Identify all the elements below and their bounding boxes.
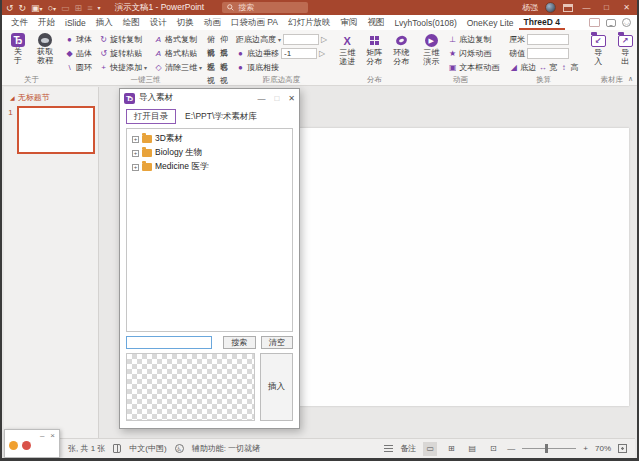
dialog-title-bar[interactable]: Ђ 导入素材 — □ ✕ — [120, 89, 299, 107]
bottom-offset-row[interactable]: ● 底边垂移 ▷ — [234, 47, 329, 60]
tree-item-biology[interactable]: + Biology 生物 — [127, 146, 292, 160]
fit-to-window-icon[interactable] — [618, 444, 627, 453]
undo-icon[interactable]: ↺ — [6, 3, 14, 13]
bottom-edge-button[interactable]: 底边 — [520, 62, 536, 73]
open-directory-button[interactable]: 打开目录 — [126, 109, 176, 124]
tab-threed4[interactable]: ThreeD 4 — [519, 15, 565, 30]
dialog-close-button[interactable]: ✕ — [288, 94, 295, 103]
bottom-copy-button[interactable]: ⊥底边复制 — [446, 33, 501, 46]
tab-review[interactable]: 审阅 — [335, 15, 362, 30]
export-button[interactable]: ↗ 导 出 — [613, 32, 637, 66]
language[interactable]: 中文(中国) — [129, 443, 166, 454]
maximize-button[interactable]: □ — [600, 3, 613, 12]
normal-view-button[interactable]: ▭ — [423, 442, 437, 456]
expand-icon[interactable]: + — [132, 136, 139, 143]
view-bottom-button[interactable]: 仰视 — [220, 33, 228, 46]
search-button[interactable]: 搜索 — [223, 336, 256, 349]
mini-close-button[interactable]: × — [50, 431, 55, 440]
feedback-icon[interactable]: ◡ — [622, 18, 631, 27]
zoom-in-button[interactable]: + — [583, 444, 588, 453]
share-icon[interactable] — [589, 18, 600, 27]
tab-insert[interactable]: 插入 — [91, 15, 118, 30]
view-front-button[interactable]: 前视 — [207, 47, 215, 60]
accessibility-status[interactable]: 辅助功能: 一切就绪 — [192, 443, 260, 454]
redo-icon[interactable]: ↻ — [19, 3, 27, 13]
mini-tool-icon-red[interactable] — [22, 441, 31, 450]
view-left-button[interactable]: 左视 — [207, 61, 215, 74]
tree-item-medicine[interactable]: + Medicine 医学 — [127, 160, 292, 174]
mini-minimize-button[interactable]: – — [40, 431, 44, 440]
tab-view[interactable]: 视图 — [362, 15, 389, 30]
rotate-copy-button[interactable]: ↻旋转复制 — [97, 33, 149, 46]
3d-show-button[interactable]: ▶ 三维 演示 — [419, 32, 443, 66]
view-top-button[interactable]: 俯视 — [207, 33, 215, 46]
proofing-icon[interactable] — [113, 444, 121, 453]
ring-button[interactable]: \圆环 — [63, 61, 94, 74]
zoom-slider[interactable] — [522, 448, 576, 449]
zoom-level[interactable]: 70% — [595, 444, 611, 453]
bottom-height-row[interactable]: 距底边高度▾ ▷ — [234, 33, 329, 46]
format-copy-button[interactable]: A格式复制 — [152, 33, 204, 46]
tab-draw[interactable]: 绘图 — [118, 15, 145, 30]
reading-view-button[interactable]: ▤ — [465, 442, 479, 456]
clear-3d-button[interactable]: ◇清除三维▾ — [152, 61, 204, 74]
matrix-distribute-button[interactable]: 矩阵 分布 — [362, 32, 386, 66]
zoom-out-button[interactable]: — — [507, 444, 515, 453]
ring-distribute-button[interactable]: 环绕 分布 — [389, 32, 413, 66]
tab-design[interactable]: 设计 — [145, 15, 172, 30]
zoom-slider-thumb[interactable] — [545, 444, 548, 453]
sphere-button[interactable]: ●球体 — [63, 33, 94, 46]
minimize-button[interactable]: — — [580, 3, 593, 12]
comment-icon[interactable] — [606, 19, 616, 27]
height-button[interactable]: 高 — [570, 62, 578, 73]
slideshow-view-button[interactable]: ⊡ — [486, 442, 500, 456]
search-box[interactable]: 搜索 — [222, 2, 308, 13]
textbox-animation-button[interactable]: ▣文本框动画 — [446, 61, 501, 74]
material-search-input[interactable] — [126, 336, 212, 349]
expand-icon[interactable]: + — [132, 164, 139, 171]
tree-item-3d[interactable]: + 3D素材 — [127, 132, 292, 146]
tab-transitions[interactable]: 切换 — [172, 15, 199, 30]
tab-home[interactable]: 开始 — [33, 15, 60, 30]
format-paste-button[interactable]: A格式粘贴 — [152, 47, 204, 60]
close-button[interactable]: ✕ — [620, 3, 633, 12]
rotate-paste-button[interactable]: ↺旋转粘贴 — [97, 47, 149, 60]
bottom-offset-input[interactable] — [281, 48, 317, 59]
get-tutorial-button[interactable]: 获取 教程 — [33, 32, 57, 65]
tab-lvyhtools[interactable]: LvyhTools(0108) — [389, 15, 461, 30]
cm-input[interactable] — [527, 34, 569, 45]
pt-input[interactable] — [527, 48, 569, 59]
section-header[interactable]: ◢ 无标题节 — [4, 87, 98, 106]
shape-tool-icon[interactable]: ▣▾ — [31, 3, 43, 13]
avatar[interactable] — [545, 2, 556, 13]
insert-button[interactable]: 插入 — [260, 353, 293, 421]
slide-sorter-view-button[interactable]: ⊞ — [444, 442, 458, 456]
tab-file[interactable]: 文件 — [6, 15, 33, 30]
bottom-height-input[interactable] — [283, 34, 319, 45]
tab-animations[interactable]: 动画 — [199, 15, 226, 30]
top-bottom-connect-button[interactable]: ● 顶底相接 — [234, 61, 329, 74]
apply-height-icon[interactable]: ▷ — [321, 35, 327, 44]
qat-customize-icon[interactable]: ▾ — [97, 4, 100, 11]
user-name[interactable]: 杨强 — [522, 2, 538, 13]
tab-onekey-lite[interactable]: OneKey Lite — [462, 15, 519, 30]
3d-progressive-button[interactable]: X 三维 递进 — [335, 32, 359, 66]
tab-pocket-animation[interactable]: 口袋动画 PA — [226, 15, 283, 30]
view-back-button[interactable]: 后视 — [220, 47, 228, 60]
dialog-minimize-button[interactable]: — — [257, 94, 265, 103]
slide-thumbnail[interactable] — [17, 106, 95, 154]
quick-add-button[interactable]: +快捷添加▾ — [97, 61, 149, 74]
view-right-button[interactable]: 右视 — [220, 61, 228, 74]
crystal-button[interactable]: ◆晶体 — [63, 47, 94, 60]
flash-animation-button[interactable]: ★闪烁动画 — [446, 47, 501, 60]
section-collapse-icon[interactable]: ◢ — [10, 94, 15, 101]
collapse-ribbon-icon[interactable]: ∧ — [628, 75, 633, 83]
tab-islide[interactable]: iSlide — [60, 15, 91, 30]
ribbon-display-options-icon[interactable] — [563, 4, 573, 12]
clear-button[interactable]: 清空 — [261, 336, 294, 349]
about-button[interactable]: Ђ 关 于 — [6, 32, 30, 65]
import-button[interactable]: ↙ 导 入 — [586, 32, 610, 66]
notes-toggle[interactable]: 备注 — [400, 443, 416, 454]
select-tool-icon[interactable]: ○▾ — [48, 3, 56, 13]
tab-slideshow[interactable]: 幻灯片放映 — [283, 15, 336, 30]
